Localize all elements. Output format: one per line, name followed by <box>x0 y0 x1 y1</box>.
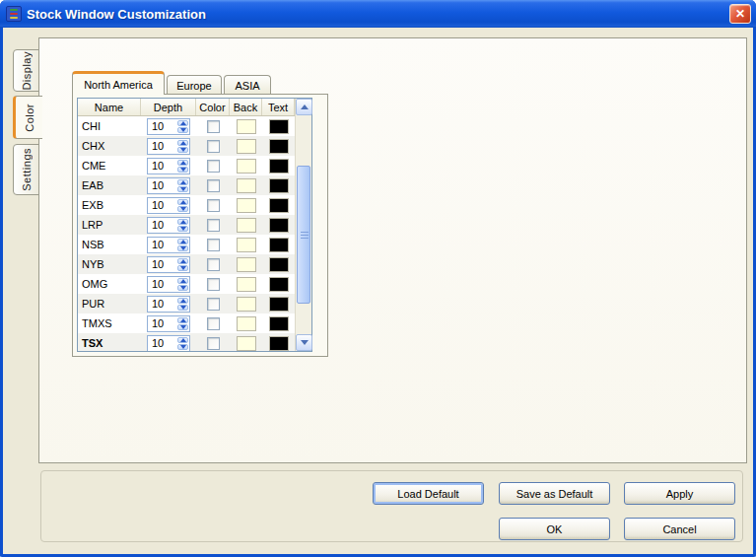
depth-stepper[interactable]: 10 <box>147 296 190 313</box>
back-color-swatch[interactable] <box>237 178 256 193</box>
tab-north-america[interactable]: North America <box>72 71 165 95</box>
depth-stepper[interactable]: 10 <box>147 315 190 332</box>
spinner-buttons[interactable] <box>176 238 189 252</box>
spinner-buttons[interactable] <box>176 159 189 174</box>
color-checkbox[interactable] <box>207 239 220 251</box>
column-header-color[interactable]: Color <box>196 99 230 115</box>
tab-color[interactable]: Color <box>13 96 42 139</box>
depth-stepper[interactable]: 10 <box>147 335 190 352</box>
spin-down-button[interactable] <box>177 186 188 192</box>
scroll-up-button[interactable] <box>296 99 312 115</box>
spin-down-button[interactable] <box>177 344 188 350</box>
spinner-buttons[interactable] <box>176 198 189 213</box>
tab-europe[interactable]: Europe <box>167 75 222 95</box>
back-color-swatch[interactable] <box>237 238 256 252</box>
text-color-swatch[interactable] <box>269 159 289 174</box>
spin-down-button[interactable] <box>177 324 188 330</box>
column-header-name[interactable]: Name <box>78 99 141 115</box>
cancel-button[interactable]: Cancel <box>624 518 735 540</box>
spin-up-button[interactable] <box>177 258 188 264</box>
depth-stepper[interactable]: 10 <box>147 138 190 155</box>
ok-button[interactable]: OK <box>499 518 610 540</box>
book-table-row[interactable]: OMG 10 <box>78 274 295 294</box>
depth-stepper[interactable]: 10 <box>147 118 190 135</box>
book-table-row[interactable]: PUR 10 <box>78 294 295 313</box>
spinner-buttons[interactable] <box>176 218 189 233</box>
depth-stepper[interactable]: 10 <box>147 237 190 253</box>
text-color-swatch[interactable] <box>269 297 289 312</box>
close-button[interactable]: ✕ <box>729 4 751 24</box>
spinner-buttons[interactable] <box>176 316 189 331</box>
book-table-row[interactable]: LRP 10 <box>78 215 295 235</box>
depth-stepper[interactable]: 10 <box>147 197 190 214</box>
spin-down-button[interactable] <box>177 226 188 232</box>
scroll-down-button[interactable] <box>296 334 312 351</box>
spin-up-button[interactable] <box>177 239 188 244</box>
color-checkbox[interactable] <box>207 337 220 350</box>
book-table-row[interactable]: CHX 10 <box>78 136 295 156</box>
spin-up-button[interactable] <box>177 179 188 185</box>
color-checkbox[interactable] <box>207 179 220 192</box>
book-table-row[interactable]: CHI 10 <box>78 116 295 136</box>
back-color-swatch[interactable] <box>237 336 256 351</box>
depth-stepper[interactable]: 10 <box>147 256 190 273</box>
spin-up-button[interactable] <box>177 278 188 284</box>
spin-up-button[interactable] <box>177 219 188 225</box>
color-checkbox[interactable] <box>207 298 220 311</box>
back-color-swatch[interactable] <box>237 198 256 213</box>
tab-asia[interactable]: ASIA <box>224 75 271 95</box>
text-color-swatch[interactable] <box>269 198 289 213</box>
book-table-row[interactable]: TSX 10 <box>78 333 295 351</box>
column-header-text[interactable]: Text <box>262 99 295 115</box>
text-color-swatch[interactable] <box>269 238 289 252</box>
back-color-swatch[interactable] <box>237 139 256 154</box>
book-table-scrollbar[interactable] <box>295 99 311 351</box>
spin-up-button[interactable] <box>177 140 188 146</box>
depth-stepper[interactable]: 10 <box>147 217 190 234</box>
tab-display[interactable]: Display <box>13 49 39 92</box>
color-checkbox[interactable] <box>207 120 220 133</box>
spin-up-button[interactable] <box>177 199 188 205</box>
scrollbar-thumb[interactable] <box>297 166 310 304</box>
color-checkbox[interactable] <box>207 140 220 153</box>
book-table-row[interactable]: NYB 10 <box>78 254 295 274</box>
back-color-swatch[interactable] <box>237 218 256 233</box>
column-header-back[interactable]: Back <box>230 99 262 115</box>
color-checkbox[interactable] <box>207 278 220 291</box>
back-color-swatch[interactable] <box>237 159 256 174</box>
depth-stepper[interactable]: 10 <box>147 276 190 293</box>
load-default-button[interactable]: Load Default <box>373 482 484 505</box>
spin-up-button[interactable] <box>177 160 188 166</box>
color-checkbox[interactable] <box>207 160 220 173</box>
text-color-swatch[interactable] <box>269 139 289 154</box>
book-table-row[interactable]: EAB 10 <box>78 175 295 195</box>
spinner-buttons[interactable] <box>176 277 189 292</box>
spin-down-button[interactable] <box>177 206 188 212</box>
text-color-swatch[interactable] <box>269 277 289 292</box>
text-color-swatch[interactable] <box>269 257 289 272</box>
column-header-depth[interactable]: Depth <box>141 99 196 115</box>
back-color-swatch[interactable] <box>237 119 256 134</box>
color-checkbox[interactable] <box>207 258 220 271</box>
text-color-swatch[interactable] <box>269 316 289 331</box>
spinner-buttons[interactable] <box>176 178 189 193</box>
color-checkbox[interactable] <box>207 317 220 330</box>
back-color-swatch[interactable] <box>237 277 256 292</box>
spinner-buttons[interactable] <box>176 336 189 351</box>
spin-up-button[interactable] <box>177 337 188 343</box>
depth-stepper[interactable]: 10 <box>147 158 190 174</box>
text-color-swatch[interactable] <box>269 218 289 233</box>
spinner-buttons[interactable] <box>176 297 189 312</box>
book-table-row[interactable]: EXB 10 <box>78 195 295 215</box>
spin-down-button[interactable] <box>177 265 188 271</box>
spin-down-button[interactable] <box>177 305 188 311</box>
apply-button[interactable]: Apply <box>624 482 735 505</box>
spin-down-button[interactable] <box>177 147 188 153</box>
spinner-buttons[interactable] <box>176 119 189 134</box>
spin-down-button[interactable] <box>177 127 188 133</box>
depth-stepper[interactable]: 10 <box>147 177 190 194</box>
spin-down-button[interactable] <box>177 245 188 251</box>
spin-up-button[interactable] <box>177 298 188 304</box>
tab-settings[interactable]: Settings <box>13 144 39 195</box>
spin-down-button[interactable] <box>177 285 188 291</box>
